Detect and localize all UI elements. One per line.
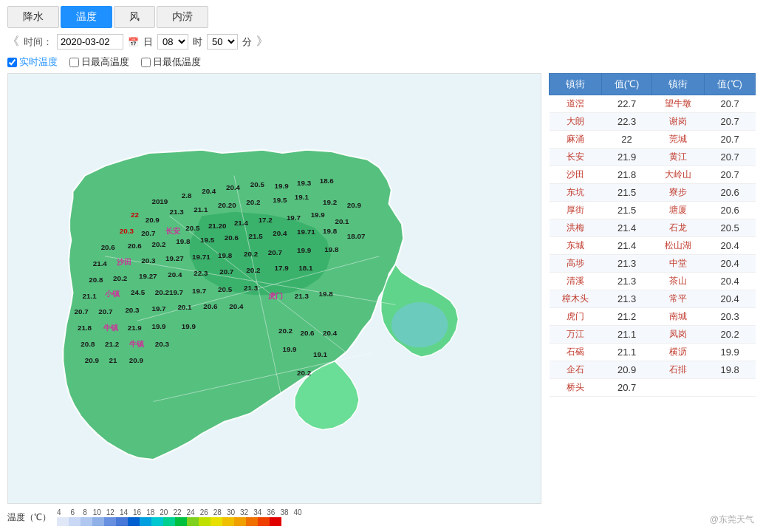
svg-text:18.6: 18.6 (320, 177, 335, 185)
svg-text:19.9: 19.9 (275, 182, 290, 190)
maxtemp-checkbox-label[interactable]: 日最高温度 (69, 55, 129, 69)
realtime-checkbox-label[interactable]: 实时温度 (7, 55, 58, 69)
svg-text:21.2: 21.2 (105, 340, 120, 348)
table-cell-9-0: 高埗 (550, 255, 602, 273)
table-cell-0-2: 望牛墩 (652, 95, 705, 113)
table-cell-6-2: 塘厦 (652, 202, 705, 219)
table-cell-1-0: 大朗 (550, 113, 602, 131)
table-cell-14-3: 19.9 (705, 344, 756, 361)
table-row: 大朗22.3谢岗20.7 (550, 113, 756, 131)
table-cell-8-1: 21.4 (601, 237, 652, 255)
table-cell-14-1: 21.1 (601, 344, 652, 361)
table-cell-9-2: 中堂 (652, 255, 705, 273)
hour-select[interactable]: 08 (157, 34, 188, 50)
svg-text:20.2: 20.2 (246, 266, 261, 274)
maxtemp-checkbox[interactable] (69, 58, 79, 67)
svg-text:20.20: 20.20 (218, 201, 236, 209)
table-cell-12-2: 南城 (652, 308, 705, 326)
realtime-checkbox[interactable] (7, 58, 17, 67)
checkbox-row: 实时温度 日最高温度 日最低温度 (7, 55, 756, 69)
svg-text:2019: 2019 (151, 197, 168, 205)
table-cell-5-3: 20.6 (705, 184, 756, 202)
tab-temperature[interactable]: 温度 (61, 6, 112, 28)
svg-text:20.4: 20.4 (273, 229, 287, 237)
table-cell-0-1: 22.7 (601, 95, 652, 113)
svg-text:24.5: 24.5 (131, 288, 146, 296)
map-container[interactable]: 2019 2.8 20.4 20.4 20.5 19.9 19.3 18.6 2… (7, 73, 541, 504)
table-cell-11-3: 20.4 (705, 290, 756, 308)
next-time-button[interactable]: 》 (256, 34, 268, 50)
svg-text:19.1: 19.1 (295, 193, 309, 201)
table-cell-5-2: 寮步 (652, 184, 705, 202)
svg-text:22.3: 22.3 (194, 269, 208, 277)
svg-text:20.4: 20.4 (202, 187, 216, 195)
svg-text:19.8: 19.8 (218, 251, 233, 259)
svg-text:20.5: 20.5 (250, 180, 265, 188)
table-cell-2-2: 莞城 (652, 131, 705, 149)
tab-flood[interactable]: 内涝 (157, 6, 208, 28)
mintemp-checkbox[interactable] (141, 58, 151, 67)
table-cell-10-2: 茶山 (652, 273, 705, 290)
table-cell-4-0: 沙田 (550, 166, 602, 184)
svg-text:21: 21 (109, 356, 117, 364)
svg-text:19.71: 19.71 (297, 228, 315, 236)
time-bar: 《 时间： 📅 日 08 时 50 分 》 (7, 34, 756, 50)
svg-text:19.7: 19.7 (151, 304, 166, 313)
svg-text:20.2: 20.2 (246, 198, 261, 206)
table-cell-15-1: 20.9 (601, 361, 652, 379)
svg-text:20.5: 20.5 (218, 285, 233, 293)
tab-wind[interactable]: 风 (114, 6, 155, 28)
svg-text:21.3: 21.3 (244, 284, 259, 292)
table-cell-11-2: 常平 (652, 290, 705, 308)
svg-text:20.3: 20.3 (120, 227, 134, 235)
svg-text:19.8: 19.8 (319, 290, 334, 298)
col-header-val2: 值(℃) (705, 74, 756, 95)
table-cell-3-3: 20.7 (705, 149, 756, 166)
table-cell-13-3: 20.2 (705, 326, 756, 344)
table-cell-7-3: 20.5 (705, 219, 756, 237)
realtime-label: 实时温度 (19, 55, 58, 69)
svg-text:20.5: 20.5 (185, 224, 200, 232)
table-cell-15-3: 19.8 (705, 361, 756, 379)
svg-text:20.8: 20.8 (89, 276, 103, 284)
svg-text:20.4: 20.4 (226, 183, 241, 191)
table-cell-15-2: 石排 (652, 361, 705, 379)
calendar-icon[interactable]: 📅 (128, 37, 139, 47)
svg-text:22: 22 (131, 211, 139, 219)
svg-text:20.1: 20.1 (335, 217, 349, 225)
table-cell-9-3: 20.4 (705, 255, 756, 273)
table-cell-10-3: 20.4 (705, 273, 756, 290)
col-header-val1: 值(℃) (601, 74, 652, 95)
prev-time-button[interactable]: 《 (7, 34, 19, 50)
table-cell-12-1: 21.2 (601, 308, 652, 326)
svg-text:20.6: 20.6 (225, 233, 239, 242)
day-label: 日 (143, 35, 153, 49)
table-cell-1-2: 谢岗 (652, 113, 705, 131)
table-cell-16-3 (705, 379, 756, 397)
table-cell-8-3: 20.4 (705, 237, 756, 255)
svg-text:21.4: 21.4 (93, 259, 108, 267)
svg-text:牛镇: 牛镇 (103, 324, 119, 332)
tab-bar: 降水 温度 风 内涝 (7, 6, 756, 28)
svg-text:20.2: 20.2 (297, 369, 312, 377)
tab-precipitation[interactable]: 降水 (7, 6, 59, 28)
mintemp-checkbox-label[interactable]: 日最低温度 (141, 55, 201, 69)
table-cell-15-0: 企石 (550, 361, 602, 379)
table-cell-5-1: 21.5 (601, 184, 652, 202)
svg-text:20.6: 20.6 (300, 329, 315, 337)
date-input[interactable] (57, 34, 123, 50)
svg-text:20.7: 20.7 (141, 229, 156, 237)
svg-text:18.1: 18.1 (298, 264, 313, 272)
table-cell-1-1: 22.3 (601, 113, 652, 131)
table-cell-11-0: 樟木头 (550, 290, 602, 308)
svg-text:19.9: 19.9 (182, 322, 196, 330)
table-cell-0-3: 20.7 (705, 95, 756, 113)
svg-text:19.7: 19.7 (192, 287, 207, 295)
svg-text:21.9: 21.9 (128, 324, 143, 332)
svg-text:20.6: 20.6 (101, 243, 116, 251)
table-cell-3-0: 长安 (550, 149, 602, 166)
svg-text:19.9: 19.9 (282, 345, 297, 353)
svg-text:牛镇: 牛镇 (129, 340, 145, 348)
legend-label: 温度（℃） (7, 511, 51, 524)
minute-select[interactable]: 50 (207, 34, 238, 50)
